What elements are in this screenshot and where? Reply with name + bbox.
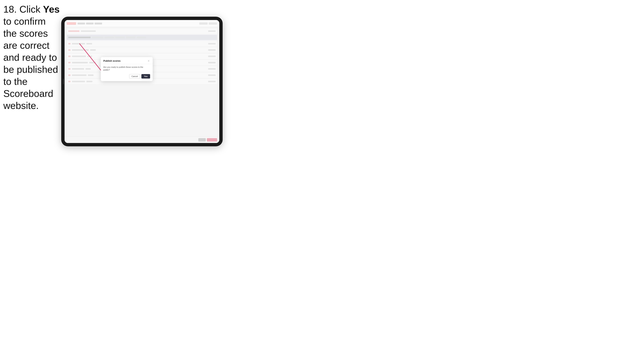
tablet-side-button bbox=[63, 79, 64, 84]
modal-actions: Cancel Yes bbox=[103, 74, 150, 79]
modal-header: Publish scores × bbox=[101, 57, 153, 64]
instruction-text-after: to confirm the scores are correct and re… bbox=[3, 16, 58, 111]
modal-close-button[interactable]: × bbox=[147, 59, 150, 62]
cancel-button[interactable]: Cancel bbox=[129, 74, 140, 79]
modal-body: Are you ready to publish these scores to… bbox=[101, 64, 153, 81]
yes-button[interactable]: Yes bbox=[142, 74, 150, 79]
modal-message: Are you ready to publish these scores to… bbox=[103, 66, 150, 71]
arrow-svg bbox=[64, 20, 219, 143]
instruction-number: 18. bbox=[3, 4, 17, 15]
instruction-text-before: Click bbox=[20, 4, 43, 15]
instruction-text: 18. Click Yes to confirm the scores are … bbox=[3, 3, 61, 112]
instruction-bold: Yes bbox=[43, 4, 60, 15]
publish-scores-modal: Publish scores × Are you ready to publis… bbox=[101, 57, 153, 81]
tablet-screen: Publish scores × Are you ready to publis… bbox=[64, 20, 219, 143]
tablet-device: Publish scores × Are you ready to publis… bbox=[61, 17, 223, 146]
modal-title: Publish scores bbox=[103, 59, 120, 62]
